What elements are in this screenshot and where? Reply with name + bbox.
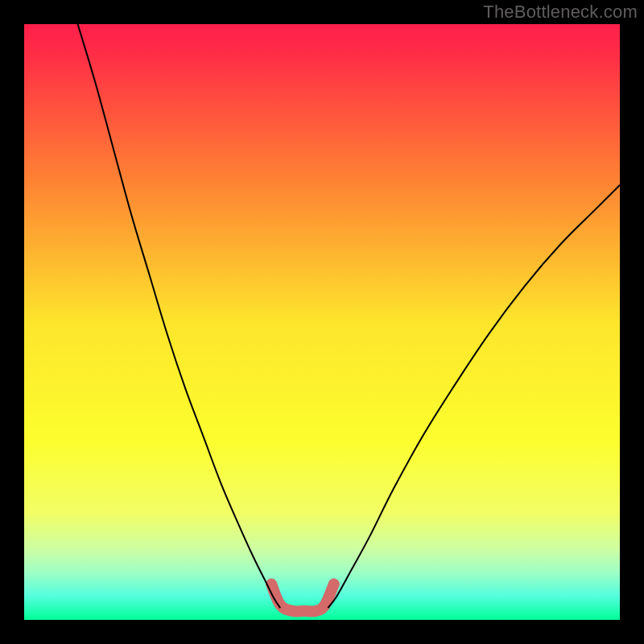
chart-background <box>24 24 620 620</box>
bottleneck-chart <box>24 24 620 620</box>
chart-frame <box>24 24 620 620</box>
watermark-text: TheBottleneck.com <box>483 2 638 23</box>
